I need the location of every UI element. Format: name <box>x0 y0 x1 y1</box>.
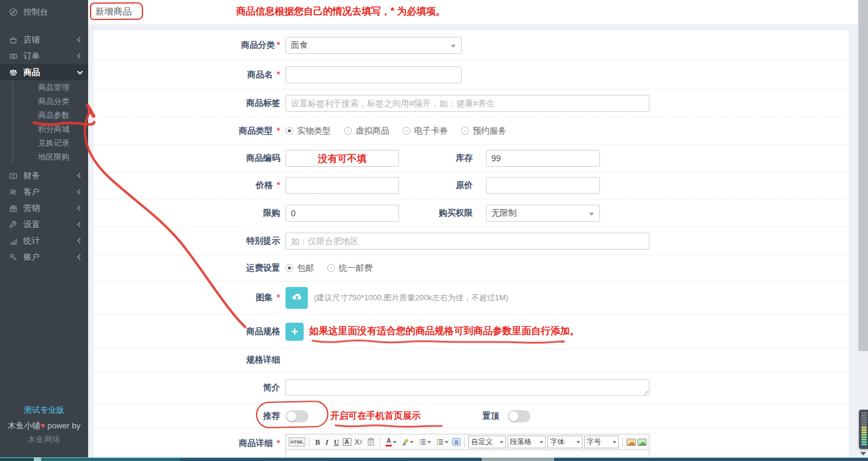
radio-icon <box>344 127 352 135</box>
add-spec-button[interactable]: + <box>286 323 304 341</box>
tags-input[interactable] <box>286 95 649 112</box>
sidebar-item-finance[interactable]: 财务 <box>0 167 88 184</box>
shipping-radio-flat[interactable]: 统一邮费 <box>327 263 372 274</box>
edition-link[interactable]: 测试专业版 <box>0 405 88 416</box>
type-radio-ecard[interactable]: 电子卡券 <box>403 126 448 137</box>
bold-button[interactable]: B <box>313 438 322 446</box>
submenu-item-product-params[interactable]: 商品参数 <box>13 108 88 122</box>
stats-chart-icon <box>8 237 18 245</box>
paste-button[interactable] <box>366 437 376 446</box>
chevron-down-icon <box>77 68 83 74</box>
sidebar-item-goods[interactable]: 商品 <box>0 64 88 80</box>
field-label: 运费设置 <box>94 263 286 274</box>
scrollbar-thumb[interactable] <box>858 0 868 351</box>
italic-button[interactable]: I <box>324 438 330 446</box>
row-price: 价格 * 原价 <box>94 172 849 199</box>
sidebar-item-dashboard[interactable]: 控制台 <box>0 1 88 23</box>
chevron-left-icon <box>77 254 83 260</box>
bullet-list-button[interactable] <box>435 438 450 446</box>
field-label: 商品分类* <box>94 40 286 51</box>
row-spec-detail: 规格详细 <box>94 349 849 372</box>
sidebar-item-shop[interactable]: 店铺 <box>0 31 88 48</box>
sidebar-item-label: 控制台 <box>24 7 82 18</box>
font-color-button[interactable]: A <box>384 437 398 447</box>
price-input[interactable] <box>286 177 399 194</box>
annotation-recommend-note: 开启可在手机首页展示 <box>330 410 421 422</box>
plus-icon: + <box>291 326 298 338</box>
sidebar-item-orders[interactable]: 订单 <box>0 48 88 64</box>
code-input-wrap: 没有可不填 <box>286 150 399 167</box>
font-size-select[interactable]: 字号 <box>584 436 619 448</box>
special-notice-input[interactable] <box>286 233 649 250</box>
scrollbar-down-arrow[interactable] <box>860 452 866 456</box>
type-radio-virtual[interactable]: 虚拟商品 <box>344 126 389 137</box>
html-source-button[interactable]: HTML <box>289 437 305 446</box>
font-style-button[interactable]: A <box>343 438 351 446</box>
caret-down-icon <box>393 441 397 443</box>
name-input[interactable] <box>286 66 462 83</box>
cloud-upload-icon <box>291 292 303 304</box>
field-label: 价格 * <box>94 180 286 191</box>
gallery-upload-button[interactable] <box>286 287 308 309</box>
sidebar-item-marketing[interactable]: 营销 <box>0 200 88 216</box>
submenu-item-exchange-records[interactable]: 兑换记录 <box>13 136 88 150</box>
submenu-item-product-category[interactable]: 商品分类 <box>13 94 88 108</box>
pin-top-label: 置顶 <box>457 411 499 422</box>
paragraph-format-select[interactable]: 段落格 <box>508 436 546 448</box>
field-label: 图集 * <box>94 292 286 303</box>
shipping-radio-free[interactable]: 包邮 <box>286 263 314 274</box>
field-label: 商品详细 * <box>94 429 286 449</box>
font-family-select[interactable]: 字体 <box>547 436 582 448</box>
insert-image-alt-button[interactable] <box>637 439 646 446</box>
editor-toolbar: HTML B I U A X2 A a <box>286 434 649 450</box>
original-price-label: 原价 <box>415 180 473 191</box>
submenu-item-points-mall[interactable]: 积分商城 <box>13 122 88 136</box>
submenu-item-product-management[interactable]: 商品管理 <box>13 80 88 94</box>
stock-input[interactable] <box>486 150 600 167</box>
anchor-button[interactable]: a <box>452 438 461 446</box>
intro-textarea[interactable] <box>286 379 649 396</box>
pin-top-toggle[interactable] <box>508 410 531 422</box>
ordered-list-button[interactable] <box>417 438 433 446</box>
original-price-input[interactable] <box>486 177 600 194</box>
heart-icon: ♥ <box>40 421 45 430</box>
row-code-stock: 商品编码 没有可不填 库存 <box>94 145 849 172</box>
chevron-left-icon <box>77 173 83 179</box>
caret-down-icon <box>540 441 543 443</box>
sidebar-item-settings[interactable]: 设置 <box>0 216 88 233</box>
sidebar-item-stats[interactable]: 统计 <box>0 233 88 249</box>
field-label: 商品标签 <box>94 98 286 109</box>
insert-image-button[interactable] <box>627 439 636 446</box>
caret-down-icon <box>410 441 413 443</box>
sidebar-item-customers[interactable]: 客户 <box>0 184 88 200</box>
underline-button[interactable]: U <box>332 438 341 446</box>
settings-wrench-icon <box>8 221 18 229</box>
permission-select[interactable]: 无限制 <box>486 205 600 222</box>
highlight-button[interactable] <box>400 438 415 446</box>
chevron-left-icon <box>77 189 83 195</box>
rich-text-editor: HTML B I U A X2 A a <box>286 434 649 460</box>
caret-down-icon <box>613 441 616 443</box>
row-detail: 商品详细 * HTML B I U A X2 A <box>94 429 849 461</box>
custom-style-select[interactable]: 自定义 <box>468 436 506 448</box>
field-label: 商品编码 <box>94 153 286 164</box>
caret-down-icon <box>576 441 580 443</box>
taskbar-strip <box>0 457 868 461</box>
sidebar-item-account[interactable]: 账户 <box>0 249 88 265</box>
submenu-item-region-limit[interactable]: 地区限购 <box>13 150 88 164</box>
scrollbar <box>858 0 868 461</box>
stripe-indicator-widget <box>859 410 868 449</box>
row-limit-permission: 限购 购买权限 无限制 <box>94 199 849 227</box>
type-radio-physical[interactable]: 实物类型 <box>286 126 331 137</box>
subscript-button[interactable]: X2 <box>353 438 364 446</box>
row-shipping: 运费设置 包邮 统一邮费 <box>94 255 849 282</box>
type-radio-reservation[interactable]: 预约服务 <box>461 126 506 137</box>
row-special-notice: 特别提示 <box>94 227 849 255</box>
category-select[interactable]: 面食 <box>286 37 462 54</box>
goods-submenu: 商品管理 商品分类 商品参数 积分商城 兑换记录 地区限购 <box>12 80 88 164</box>
code-input[interactable] <box>286 150 399 167</box>
chevron-left-icon <box>77 222 83 228</box>
limit-input[interactable] <box>286 205 399 222</box>
recommend-toggle[interactable] <box>286 410 308 422</box>
row-recommend-top: 推荐 开启可在手机首页展示 置顶 <box>94 404 849 429</box>
